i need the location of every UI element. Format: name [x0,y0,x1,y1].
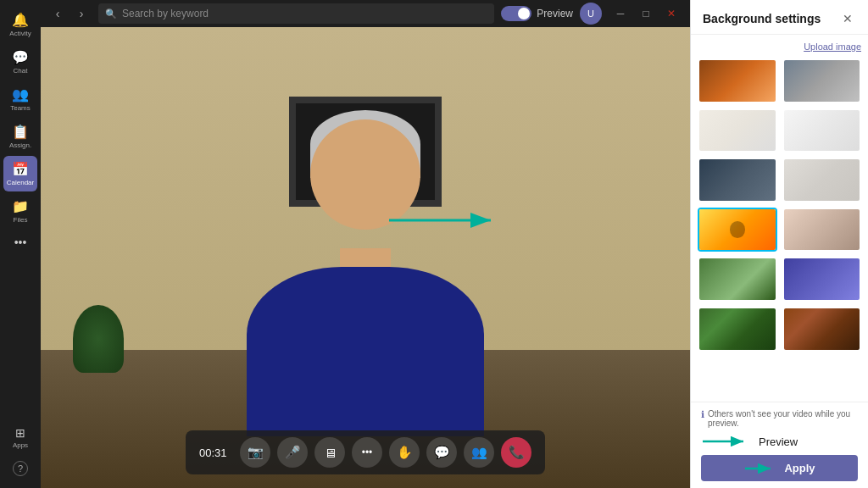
sidebar-item-activity[interactable]: 🔔 Activity [3,7,37,42]
bg-thumb-inner-10 [784,258,860,300]
raise-hand-button[interactable]: ✋ [389,437,420,468]
sidebar-item-label: Chat [14,67,28,75]
footer-notice: ℹ Others won't see your video while you … [701,409,858,428]
more-icon: ••• [14,236,27,249]
video-area: 00:31 📷 🎤 🖥 ••• ✋ 💬 👥 📞 [41,27,690,488]
sidebar-item-apps[interactable]: ⊞ Apps [3,421,37,454]
toggle-knob [518,8,530,19]
minimize-button[interactable]: ─ [609,3,632,24]
search-bar[interactable]: 🔍 Search by keyword [98,3,494,24]
sidebar-item-teams[interactable]: 👥 Teams [3,81,37,117]
end-call-button[interactable]: 📞 [501,437,531,468]
sidebar-item-assignments[interactable]: 📋 Assign. [3,119,37,154]
sidebar-item-label: Apps [13,441,28,449]
bg-thumb-inner-7 [699,209,776,251]
footer-notice-text: Others won't see your video while you pr… [708,409,858,428]
preview-toggle[interactable]: Preview [501,6,573,21]
sidebar-item-calendar[interactable]: 📅 Calendar [3,156,37,191]
bg-thumbnail-11[interactable] [698,307,777,352]
panel-content: Upload image [691,35,868,402]
panel-title: Background settings [703,12,821,25]
bg-thumb-inner-8 [784,209,860,251]
preview-action-label: Preview [759,435,798,448]
bg-thumbnail-12[interactable] [782,307,862,352]
preview-arrow-icon [701,435,752,448]
window-controls: ─ □ ✕ [609,3,683,24]
bg-thumb-inner-5 [699,159,776,201]
close-window-button[interactable]: ✕ [659,3,683,24]
sidebar-item-label: Files [14,216,28,224]
bg-thumb-inner-2 [784,60,860,102]
help-icon: ? [13,461,28,476]
activity-icon: 🔔 [12,12,29,28]
arrow-svg [385,208,504,233]
apps-icon: ⊞ [15,426,25,440]
mute-button[interactable]: 🎤 [277,437,308,468]
bg-thumbnail-9[interactable] [698,257,777,302]
room-plant [73,305,124,373]
panel-header: Background settings ✕ [691,0,868,35]
search-icon: 🔍 [105,8,117,19]
search-placeholder: Search by keyword [122,8,209,19]
nav-forward-button[interactable]: › [71,3,92,24]
call-timer: 00:31 [199,446,233,459]
camera-button[interactable]: 📷 [240,437,270,468]
sidebar-item-label: Teams [10,104,31,112]
main-content: ‹ › 🔍 Search by keyword Preview U ─ □ ✕ [41,0,690,488]
sidebar-item-label: Calendar [7,179,34,186]
bg-thumbnail-2[interactable] [782,58,862,103]
sidebar-item-files[interactable]: 📁 Files [3,193,37,229]
bg-thumbnail-3[interactable] [698,108,777,153]
assignments-icon: 📋 [12,124,29,140]
upload-image-button[interactable]: Upload image [804,42,861,52]
apply-button[interactable]: Apply [701,455,858,481]
sidebar: 🔔 Activity 💬 Chat 👥 Teams 📋 Assign. 📅 Ca… [0,0,41,488]
chat-icon: 💬 [12,49,29,65]
info-icon: ℹ [701,409,704,420]
user-avatar[interactable]: U [580,3,602,25]
bg-thumbnail-6[interactable] [782,158,862,202]
apply-arrow-icon [743,463,777,474]
bg-thumbnail-10[interactable] [782,257,862,302]
sidebar-item-label: Assign. [9,141,31,149]
panel-close-button[interactable]: ✕ [839,10,856,27]
bg-thumbnail-8[interactable] [782,208,862,252]
preview-label: Preview [537,8,573,19]
chat-button[interactable]: 💬 [426,437,457,468]
more-actions-button[interactable]: ••• [352,437,382,468]
sidebar-item-help[interactable]: ? [3,456,37,481]
maximize-button[interactable]: □ [634,3,658,24]
bg-thumb-inner-9 [699,258,776,300]
bg-thumb-inner-1 [699,60,776,102]
bg-thumb-inner-12 [784,308,860,350]
bg-thumb-inner-3 [699,110,776,152]
background-settings-panel: Background settings ✕ Upload image [690,0,868,488]
calendar-icon: 📅 [12,161,29,177]
files-icon: 📁 [12,198,29,214]
upload-row: Upload image [698,42,861,52]
bg-thumb-inner-11 [699,308,776,350]
preview-switch[interactable] [501,6,531,21]
participants-button[interactable]: 👥 [464,437,494,468]
bg-thumbnail-7[interactable] [698,208,777,252]
sidebar-item-chat[interactable]: 💬 Chat [3,44,37,80]
bg-thumbnail-1[interactable] [698,58,777,103]
background-grid [698,58,861,352]
preview-action[interactable]: Preview [701,435,858,448]
nav-back-button[interactable]: ‹ [47,3,68,24]
panel-footer: ℹ Others won't see your video while you … [691,402,868,488]
apply-label: Apply [784,462,815,474]
bg-thumbnail-4[interactable] [782,108,862,153]
bg-thumb-inner-4 [784,110,860,152]
arrow-indicator [385,208,504,233]
sidebar-item-label: Activity [9,30,31,37]
bg-thumbnail-5[interactable] [698,158,777,202]
sidebar-item-more[interactable]: ••• [3,230,37,254]
titlebar: ‹ › 🔍 Search by keyword Preview U ─ □ ✕ [41,0,690,27]
share-button[interactable]: 🖥 [314,437,345,468]
bg-thumb-inner-6 [784,159,860,201]
person-body [247,267,484,436]
teams-icon: 👥 [12,86,29,103]
titlebar-right: Preview U ─ □ ✕ [501,3,683,25]
nav-buttons: ‹ › [47,3,92,24]
